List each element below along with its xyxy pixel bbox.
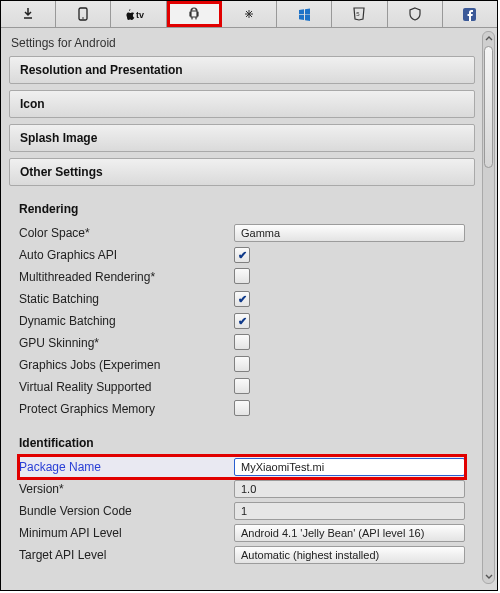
section-splash[interactable]: Splash Image <box>9 124 475 152</box>
windows-icon <box>298 8 311 21</box>
svg-point-4 <box>195 9 196 10</box>
phone-icon <box>78 7 88 21</box>
page-title: Settings for Android <box>11 36 473 50</box>
apple-tv-icon: tv <box>124 7 154 21</box>
graphics-jobs-label: Graphics Jobs (Experimen <box>19 358 234 372</box>
tab-facebook[interactable] <box>443 1 497 27</box>
static-batch-label: Static Batching <box>19 292 234 306</box>
multithreaded-label: Multithreaded Rendering* <box>19 270 234 284</box>
auto-graphics-label: Auto Graphics API <box>19 248 234 262</box>
vr-supported-checkbox[interactable] <box>234 378 250 394</box>
vr-supported-label: Virtual Reality Supported <box>19 380 234 394</box>
protect-mem-checkbox[interactable] <box>234 400 250 416</box>
svg-text:tv: tv <box>136 10 144 20</box>
tab-android[interactable] <box>167 1 222 27</box>
scroll-thumb[interactable] <box>484 46 493 168</box>
dynamic-batch-checkbox[interactable] <box>234 313 250 329</box>
tab-ios[interactable] <box>56 1 111 27</box>
package-name-input[interactable]: MyXiaomiTest.mi <box>234 458 465 476</box>
package-name-label: Package Name <box>19 460 234 474</box>
scrollbar[interactable] <box>482 31 495 584</box>
tab-samsung-tv[interactable] <box>388 1 443 27</box>
target-api-label: Target API Level <box>19 548 234 562</box>
player-settings-panel: tv 5 Settings for Android Resolution and… <box>0 0 498 591</box>
html5-icon: 5 <box>353 7 365 21</box>
section-resolution[interactable]: Resolution and Presentation <box>9 56 475 84</box>
bundle-code-label: Bundle Version Code <box>19 504 234 518</box>
tab-apple-tv[interactable]: tv <box>111 1 166 27</box>
graphics-jobs-checkbox[interactable] <box>234 356 250 372</box>
tab-standalone[interactable] <box>1 1 56 27</box>
color-space-select[interactable]: Gamma <box>234 224 465 242</box>
tab-windows-store[interactable] <box>277 1 332 27</box>
gpu-skin-label: GPU Skinning* <box>19 336 234 350</box>
svg-text:5: 5 <box>357 11 361 17</box>
min-api-label: Minimum API Level <box>19 526 234 540</box>
rendering-header: Rendering <box>19 202 465 216</box>
shield-icon <box>409 7 421 21</box>
section-icon[interactable]: Icon <box>9 90 475 118</box>
protect-mem-label: Protect Graphics Memory <box>19 402 234 416</box>
facebook-icon <box>463 8 476 21</box>
min-api-select[interactable]: Android 4.1 'Jelly Bean' (API level 16) <box>234 524 465 542</box>
auto-graphics-checkbox[interactable] <box>234 247 250 263</box>
bundle-code-input[interactable]: 1 <box>234 502 465 520</box>
target-api-select[interactable]: Automatic (highest installed) <box>234 546 465 564</box>
static-batch-checkbox[interactable] <box>234 291 250 307</box>
version-label: Version* <box>19 482 234 496</box>
svg-point-3 <box>192 9 193 10</box>
scroll-up-button[interactable] <box>483 32 494 44</box>
tab-webgl[interactable]: 5 <box>332 1 387 27</box>
chevron-up-icon <box>485 35 493 41</box>
pinwheel-icon <box>242 7 256 21</box>
platform-tabs: tv 5 <box>1 1 497 28</box>
download-icon <box>22 8 34 20</box>
section-other[interactable]: Other Settings <box>9 158 475 186</box>
multithreaded-checkbox[interactable] <box>234 268 250 284</box>
package-name-row: Package Name MyXiaomiTest.mi <box>19 456 465 478</box>
scroll-down-button[interactable] <box>483 571 494 583</box>
color-space-label: Color Space* <box>19 226 234 240</box>
android-icon <box>187 7 201 21</box>
version-input[interactable]: 1.0 <box>234 480 465 498</box>
svg-point-1 <box>83 17 85 19</box>
tab-tizen[interactable] <box>222 1 277 27</box>
dynamic-batch-label: Dynamic Batching <box>19 314 234 328</box>
identification-header: Identification <box>19 436 465 450</box>
chevron-down-icon <box>485 574 493 580</box>
gpu-skin-checkbox[interactable] <box>234 334 250 350</box>
